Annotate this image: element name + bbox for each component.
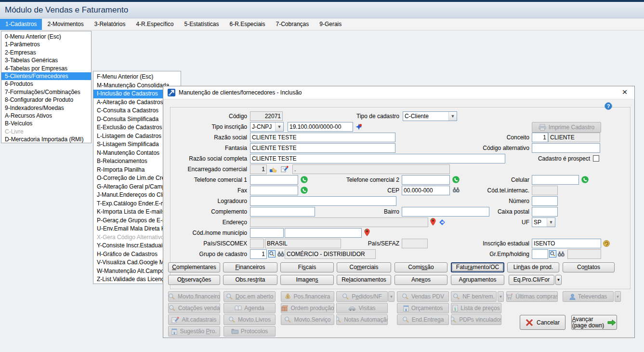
- menubar-item-7-cobrancas[interactable]: 7-Cobranças: [271, 19, 315, 30]
- menu-item-1-parametros[interactable]: 1-Parâmetros: [1, 41, 91, 48]
- complemento-field[interactable]: [250, 207, 315, 217]
- action-end-entrega-button: End.Entrega: [397, 314, 449, 325]
- razao-completa-field[interactable]: CLIENTE TESTE: [250, 154, 505, 163]
- menubar-item-2-movimentos[interactable]: 2-Movimentos: [42, 19, 89, 30]
- menu-item-2-empresas[interactable]: 2-Empresas: [1, 49, 91, 56]
- tab-fiscais[interactable]: Fiscais: [280, 262, 334, 272]
- edit-icon[interactable]: [281, 165, 289, 173]
- tab-linhas-de-prod[interactable]: Linhas de prod.: [507, 262, 559, 272]
- box-icon: [281, 305, 288, 311]
- menu-item-0-menu-anterior-esc[interactable]: 0-Menu Anterior (Esc): [1, 33, 91, 41]
- search-icon: [342, 293, 349, 300]
- inscricao-estadual-field[interactable]: ISENTO: [532, 239, 601, 248]
- gr-emp-holding-field[interactable]: [532, 249, 548, 259]
- tab-faturamento-oc[interactable]: Faturamento/OC: [451, 262, 504, 272]
- tipo-cadastro-select[interactable]: C-Cliente▼: [403, 111, 457, 121]
- action-movto-financeiro-button: Movto.financeiro: [168, 291, 220, 302]
- complemento-label: Complemento: [165, 207, 247, 217]
- action-ordem-producao-button: Ordem produção: [281, 303, 334, 313]
- grupo-cadastro-field[interactable]: 1: [250, 249, 267, 259]
- coin-icon[interactable]: [603, 240, 610, 247]
- endereco-label: Endereço: [165, 217, 247, 227]
- advance-button[interactable]: Avançar(page down): [571, 315, 617, 330]
- search-button-icon[interactable]: [268, 250, 276, 257]
- tab-observacoes[interactable]: Observações: [168, 275, 220, 285]
- logradouro-field[interactable]: [250, 196, 396, 206]
- menu-item-a-recursos-ativos[interactable]: A-Recursos Ativos: [1, 112, 91, 120]
- close-icon[interactable]: ×: [619, 86, 631, 98]
- menu-item-3-tabelas-genericas[interactable]: 3-Tabelas Genéricas: [1, 56, 91, 64]
- caixa-postal-field[interactable]: [532, 207, 558, 217]
- menu-item-6-produtos[interactable]: 6-Produtos: [1, 80, 91, 88]
- tab-financeiros[interactable]: Financeiros: [223, 262, 277, 272]
- tipo-inscricao-select[interactable]: J-CNPJ▼: [250, 122, 284, 132]
- action-pos-financeira-button: $Pos.financeira: [281, 291, 334, 302]
- municipio-nome-field[interactable]: [285, 228, 362, 238]
- fax-field[interactable]: [250, 186, 298, 195]
- tab-obs-restrita[interactable]: Obs.restrita: [223, 275, 277, 285]
- tab-agrupamentos[interactable]: Agrupamentos: [451, 275, 504, 285]
- whatsapp-icon[interactable]: [301, 187, 308, 194]
- fantasia-field[interactable]: CLIENTE TESTE: [250, 143, 395, 153]
- menubar-item-3-relatorios[interactable]: 3-Relatórios: [89, 19, 131, 30]
- menubar-item-4-r-especifico[interactable]: 4-R.Específico: [131, 19, 179, 30]
- menubar-item-1-cadastros[interactable]: 1-Cadastros: [0, 19, 42, 30]
- menubar-item-9-gerais[interactable]: 9-Gerais: [314, 19, 347, 30]
- encarregado-label: Encarregado comercial: [165, 164, 247, 174]
- razao-completa-label: Razão social completa: [165, 154, 247, 163]
- menu-item-9-indexadores-moedas[interactable]: 9-Indexadores/Moedas: [1, 104, 91, 112]
- municipio-codigo-field[interactable]: [250, 228, 284, 238]
- codigo-label: Código: [165, 111, 247, 121]
- menubar-item-6-r-especiais[interactable]: 6-R.Especiais: [224, 19, 271, 30]
- directions-icon[interactable]: [439, 219, 446, 226]
- codigo-alternativo-field[interactable]: [532, 143, 600, 153]
- encarregado-field[interactable]: 1: [250, 164, 267, 174]
- cancel-button[interactable]: Cancelar: [520, 315, 565, 330]
- tab-imagens[interactable]: Imagens: [280, 275, 334, 285]
- uf-select[interactable]: SP▼: [532, 217, 555, 227]
- help-icon[interactable]: ?: [605, 102, 612, 110]
- tab-anexos[interactable]: Anexos: [394, 275, 447, 285]
- map-pin-icon[interactable]: [364, 229, 370, 236]
- menu-item-b-veiculos[interactable]: B-Veículos: [1, 120, 91, 127]
- municipio-label: Cód./nome município: [165, 228, 247, 238]
- menu-item-7-formulacoes-combinacoes[interactable]: 7-Formulações/Combinações: [1, 88, 91, 96]
- search-icon: [228, 316, 236, 323]
- whatsapp-icon[interactable]: [301, 176, 308, 183]
- binoculars-icon[interactable]: [557, 251, 565, 257]
- whatsapp-icon[interactable]: [581, 176, 589, 183]
- action-pedidos-nf-dropdown: ▼: [388, 291, 394, 302]
- menu-item-4-tabelas-por-empresas[interactable]: 4-Tabelas por Empresas: [1, 65, 91, 72]
- folder-icon: [231, 328, 238, 334]
- tab-comissao[interactable]: Comissão: [394, 262, 447, 272]
- menu-item-5-clientes-fornecedores[interactable]: 5-Clientes/Fornecedores: [1, 72, 91, 80]
- prospect-checkbox[interactable]: [593, 155, 599, 162]
- menu-item-d-mercadoria-importada-rmi[interactable]: D-Mercadoria Importada (RMI): [1, 135, 91, 143]
- tab-complementares[interactable]: Complementares: [168, 262, 220, 272]
- map-pin-icon[interactable]: [430, 218, 436, 226]
- numero-field[interactable]: [532, 196, 558, 206]
- fax-label: Fax: [165, 186, 247, 195]
- cnpj-field[interactable]: 19.100.000/0000-00: [288, 122, 353, 132]
- tel1-label: Telefone comercial 1: [165, 175, 247, 185]
- binoculars-icon[interactable]: [277, 251, 285, 257]
- tel2-field[interactable]: [402, 175, 450, 185]
- action-vendas-pdv-button: Vendas PDV: [397, 291, 449, 302]
- conceito-field[interactable]: 1: [532, 133, 548, 142]
- tab-relacionamentos[interactable]: Relacionamentos: [337, 275, 391, 285]
- tab-eq-pro-cli-for[interactable]: Eq.Pro.Cli/For: [509, 275, 554, 285]
- search-icon: [402, 293, 409, 300]
- pick-hand-icon[interactable]: [269, 166, 277, 173]
- cep-field[interactable]: 00.000-000: [402, 186, 450, 195]
- tab-comerciais[interactable]: Comerciais: [337, 262, 391, 272]
- menubar-item-5-estatisticas[interactable]: 5-Estatísticas: [179, 19, 224, 30]
- menu-item-8-configurador-de-produto[interactable]: 8-Configurador de Produto: [1, 96, 91, 104]
- tel1-field[interactable]: [250, 175, 298, 185]
- celular-field[interactable]: [532, 175, 579, 185]
- search-button-icon[interactable]: [549, 250, 556, 257]
- menu-item-f-menu-anterior-esc[interactable]: F-Menu Anterior (Esc): [93, 73, 181, 81]
- validate-cnpj-icon[interactable]: [355, 123, 362, 130]
- tab-contatos[interactable]: Contatos: [563, 262, 615, 272]
- razao-social-field[interactable]: CLIENTE TESTE: [250, 133, 395, 142]
- tab-eq-pro-cli-for-dropdown[interactable]: ▼: [555, 275, 562, 285]
